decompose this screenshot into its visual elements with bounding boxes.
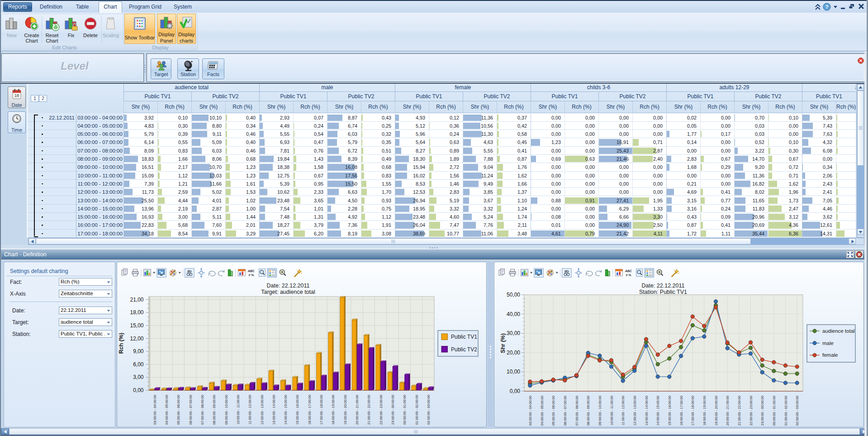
svg-text:female: female: [822, 352, 838, 358]
svg-text:05:00:00 - 06:00:00: 05:00:00 - 06:00:00: [551, 396, 555, 426]
svg-text:03:00:00 - 04:00:00: 03:00:00 - 04:00:00: [528, 396, 532, 426]
svg-text:13:00:00 - 14:00:00: 13:00:00 - 14:00:00: [272, 395, 276, 425]
svg-text:14:00:00 - 15:00:00: 14:00:00 - 15:00:00: [656, 396, 660, 426]
svg-text:02:00:00 - 03:00:00: 02:00:00 - 03:00:00: [795, 396, 799, 426]
svg-text:50,00: 50,00: [507, 292, 520, 298]
svg-text:07:00:00 - 08:00:00: 07:00:00 - 08:00:00: [200, 395, 204, 425]
svg-text:12:00:00 - 13:00:00: 12:00:00 - 13:00:00: [260, 395, 264, 425]
svg-text:09:00:00 - 10:00:00: 09:00:00 - 10:00:00: [598, 396, 602, 426]
svg-text:09:00:00 - 10:00:00: 09:00:00 - 10:00:00: [224, 395, 228, 425]
svg-text:male: male: [822, 340, 834, 346]
svg-text:6,00: 6,00: [133, 361, 144, 368]
svg-text:03:00:00 - 04:00:00: 03:00:00 - 04:00:00: [153, 395, 157, 425]
svg-text:Rch (%): Rch (%): [118, 333, 124, 354]
svg-text:20,00: 20,00: [507, 350, 520, 356]
svg-text:30,00: 30,00: [507, 330, 520, 336]
svg-text:15:00:00 - 16:00:00: 15:00:00 - 16:00:00: [295, 395, 299, 425]
svg-text:17:00:00 - 18:00:00: 17:00:00 - 18:00:00: [319, 395, 323, 425]
svg-text:11:00:00 - 12:00:00: 11:00:00 - 12:00:00: [248, 395, 252, 424]
svg-text:04:00:00 - 05:00:00: 04:00:00 - 05:00:00: [540, 396, 544, 426]
svg-text:04:00:00 - 05:00:00: 04:00:00 - 05:00:00: [165, 395, 169, 425]
svg-text:23:00:00 - 00:00:00: 23:00:00 - 00:00:00: [391, 395, 395, 425]
svg-text:00:00:00 - 01:00:00: 00:00:00 - 01:00:00: [403, 395, 407, 425]
svg-text:07:00:00 - 08:00:00: 07:00:00 - 08:00:00: [575, 396, 579, 426]
svg-text:16:00:00 - 17:00:00: 16:00:00 - 17:00:00: [679, 396, 683, 426]
svg-text:15:00:00 - 16:00:00: 15:00:00 - 16:00:00: [668, 396, 672, 426]
svg-text:audience total: audience total: [822, 328, 855, 334]
svg-text:16:00:00 - 17:00:00: 16:00:00 - 17:00:00: [308, 395, 312, 425]
svg-text:10:00:00 - 11:00:00: 10:00:00 - 11:00:00: [610, 396, 614, 425]
svg-text:22:00:00 - 23:00:00: 22:00:00 - 23:00:00: [749, 396, 753, 426]
svg-text:18,00: 18,00: [130, 309, 143, 316]
svg-text:08:00:00 - 09:00:00: 08:00:00 - 09:00:00: [212, 395, 216, 425]
svg-text:19:00:00 - 20:00:00: 19:00:00 - 20:00:00: [343, 395, 347, 425]
svg-text:9,00: 9,00: [133, 348, 144, 355]
svg-text:12,00: 12,00: [130, 335, 143, 342]
svg-text:22:00:00 - 23:00:00: 22:00:00 - 23:00:00: [379, 395, 383, 425]
svg-text:15,00: 15,00: [130, 322, 143, 329]
svg-text:Shr (%): Shr (%): [500, 333, 506, 353]
svg-text:18:00:00 - 19:00:00: 18:00:00 - 19:00:00: [702, 396, 707, 426]
svg-text:20:00:00 - 21:00:00: 20:00:00 - 21:00:00: [726, 396, 730, 426]
svg-text:14:00:00 - 15:00:00: 14:00:00 - 15:00:00: [284, 395, 288, 425]
svg-text:12:00:00 - 13:00:00: 12:00:00 - 13:00:00: [633, 396, 637, 426]
svg-text:23:00:00 - 00:00:00: 23:00:00 - 00:00:00: [760, 396, 764, 426]
svg-text:18: 18: [14, 93, 19, 98]
svg-text:Public TV1: Public TV1: [451, 334, 477, 340]
svg-text:40,00: 40,00: [507, 311, 520, 317]
svg-text:01:00:00 - 02:00:00: 01:00:00 - 02:00:00: [415, 395, 419, 425]
svg-text:05:00:00 - 06:00:00: 05:00:00 - 06:00:00: [176, 395, 180, 425]
svg-text:17:00:00 - 18:00:00: 17:00:00 - 18:00:00: [691, 396, 695, 426]
svg-text:0,00: 0,00: [133, 387, 144, 393]
svg-text:20:00:00 - 21:00:00: 20:00:00 - 21:00:00: [355, 395, 359, 425]
svg-text:01:00:00 - 02:00:00: 01:00:00 - 02:00:00: [784, 396, 788, 426]
svg-text:06:00:00 - 07:00:00: 06:00:00 - 07:00:00: [563, 396, 567, 426]
svg-text:Public TV2: Public TV2: [451, 346, 477, 353]
svg-text:18:00:00 - 19:00:00: 18:00:00 - 19:00:00: [331, 395, 335, 425]
svg-text:10,00: 10,00: [507, 369, 520, 375]
svg-text:00:00:00 - 01:00:00: 00:00:00 - 01:00:00: [772, 396, 776, 426]
svg-text:08:00:00 - 09:00:00: 08:00:00 - 09:00:00: [586, 396, 590, 426]
svg-text:06:00:00 - 07:00:00: 06:00:00 - 07:00:00: [189, 395, 193, 425]
svg-text:21:00:00 - 22:00:00: 21:00:00 - 22:00:00: [737, 396, 741, 426]
svg-text:0,00: 0,00: [510, 388, 521, 394]
svg-text:10:00:00 - 11:00:00: 10:00:00 - 11:00:00: [236, 395, 240, 424]
svg-text:21,00: 21,00: [130, 297, 143, 303]
svg-text:?: ?: [825, 4, 829, 10]
svg-text:13:00:00 - 14:00:00: 13:00:00 - 14:00:00: [645, 396, 649, 426]
svg-text:19:00:00 - 20:00:00: 19:00:00 - 20:00:00: [714, 396, 718, 426]
svg-text:21:00:00 - 22:00:00: 21:00:00 - 22:00:00: [367, 395, 371, 425]
svg-text:11:00:00 - 12:00:00: 11:00:00 - 12:00:00: [621, 396, 625, 425]
svg-text:3,00: 3,00: [133, 374, 144, 380]
svg-text:02:00:00 - 03:00:00: 02:00:00 - 03:00:00: [427, 395, 431, 425]
